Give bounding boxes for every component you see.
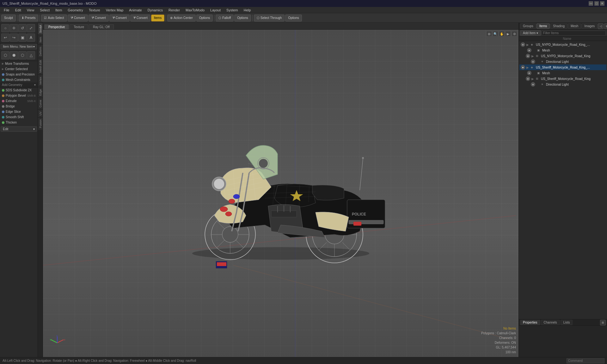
eye-icon-4[interactable]: ● xyxy=(531,59,535,64)
vp-tab-perspective[interactable]: Perspective xyxy=(44,24,69,29)
tree-item-dir-light-2[interactable]: ● ☀ Directional Light xyxy=(519,82,606,87)
vp-tab-texture[interactable]: Texture xyxy=(70,24,88,29)
left-tab-vertex[interactable]: Vertex xyxy=(38,75,43,87)
vp-ctrl-settings[interactable]: ⚙ xyxy=(512,31,517,37)
items-button[interactable]: Items xyxy=(151,15,164,21)
menu-maxtomodo[interactable]: MaxToModo xyxy=(183,8,207,13)
select-through-button[interactable]: ⬡ Select Through xyxy=(254,15,285,21)
eye-icon-5[interactable]: ● xyxy=(521,65,525,70)
tree-item-nypd-group[interactable]: ● ▶ ⊞ US_NYPD_Motorcycle_Road_King xyxy=(519,53,606,59)
menu-animate[interactable]: Animate xyxy=(126,8,144,13)
menu-texture[interactable]: Texture xyxy=(86,8,103,13)
expand-7[interactable]: ▶ xyxy=(531,77,535,81)
eye-icon-7[interactable]: ● xyxy=(526,76,530,81)
left-tab-sculpt[interactable]: Sculpt xyxy=(38,23,43,35)
edge-slice-item[interactable]: Edge Slice xyxy=(0,109,38,114)
action-center-button[interactable]: ⊕ Action Center xyxy=(167,15,196,21)
falloff-button[interactable]: ⬡ Falloff xyxy=(216,15,234,21)
vp-ctrl-render[interactable]: ▶ xyxy=(505,31,511,37)
menu-dynamics[interactable]: Dynamics xyxy=(145,8,165,13)
tree-item-sheriff-mesh[interactable]: ● ▣ Mesh xyxy=(519,70,606,76)
expand-1[interactable]: ▶ xyxy=(526,43,530,46)
expand-5[interactable]: ▶ xyxy=(526,66,530,69)
eye-icon-6[interactable]: ● xyxy=(527,71,531,75)
tree-item-sheriff-group[interactable]: ● ▶ ⊞ US_Sheriff_Motorcycle_Road_King xyxy=(519,76,606,82)
menu-view[interactable]: View xyxy=(24,8,37,13)
eye-icon-8[interactable]: ● xyxy=(531,82,535,87)
mesh-constraints-item[interactable]: Mesh Constraints xyxy=(0,77,38,82)
eye-icon-3[interactable]: ● xyxy=(526,54,530,58)
lp-btn-rotate[interactable]: ↺ xyxy=(18,24,27,32)
thicken-item[interactable]: Thicken xyxy=(0,120,38,125)
convert-button-4[interactable]: ⧩ Convert xyxy=(130,15,150,21)
vp-ctrl-fit[interactable]: ⊞ xyxy=(486,31,492,37)
rt-tab-items[interactable]: Items xyxy=(536,23,550,29)
action-options-button[interactable]: Options xyxy=(196,15,213,21)
presets-button[interactable]: ⬇ Presets xyxy=(19,15,39,21)
menu-vertexmap[interactable]: Vertex Map xyxy=(103,8,126,13)
sculpt-button[interactable]: Sculpt xyxy=(1,15,16,21)
trans-btn-a[interactable]: ⬡ xyxy=(1,51,9,59)
eye-icon-2[interactable]: ● xyxy=(527,48,531,52)
convert-button-3[interactable]: ⧩ Convert xyxy=(109,15,130,21)
minimize-button[interactable]: — xyxy=(589,1,593,6)
auto-select-button[interactable]: ☑ Auto Select xyxy=(41,15,67,21)
falloff-options-button[interactable]: Options xyxy=(234,15,251,21)
extrude-item[interactable]: Extrude Shift-X xyxy=(0,98,38,104)
vp-tab-raygl[interactable]: Ray GL: Off xyxy=(89,24,114,29)
menu-item[interactable]: Item xyxy=(53,8,64,13)
close-button[interactable]: ✕ xyxy=(600,1,604,6)
select-options-button[interactable]: Options xyxy=(285,15,302,21)
rt-tab-groups[interactable]: Groups xyxy=(520,23,536,29)
add-geometry-header[interactable]: Add Geometry ▾ xyxy=(0,82,38,88)
trans-btn-d[interactable]: △ xyxy=(27,51,35,59)
bridge-item[interactable]: Bridge xyxy=(0,104,38,109)
left-tab-deform[interactable]: Deform xyxy=(38,45,43,58)
br-tab-properties[interactable]: Properties xyxy=(520,320,540,325)
tree-item-nypd-mesh[interactable]: ● ▣ Mesh xyxy=(519,47,606,53)
menu-select[interactable]: Select xyxy=(37,8,52,13)
lp-btn-undo[interactable]: ↩ xyxy=(1,33,9,42)
menu-layout[interactable]: Layout xyxy=(208,8,223,13)
sds-subdivide-item[interactable]: SDS Subdivide 2X xyxy=(0,88,38,93)
right-panel-btn-2[interactable]: ⊞ xyxy=(604,23,607,29)
br-expand-btn[interactable]: ⊞ xyxy=(600,320,606,325)
snaps-precision-item[interactable]: Snaps and Precision xyxy=(0,72,38,77)
left-tab-edge[interactable]: Edge xyxy=(38,87,43,98)
smooth-shift-item[interactable]: Smooth Shift xyxy=(0,114,38,120)
rt-tab-mesh[interactable]: Mesh xyxy=(568,23,581,29)
left-tab-item[interactable]: Item xyxy=(38,35,43,45)
tree-item-nypd-base[interactable]: ● ▶ ◈ US_NYPD_Motorcycle_Road_King_modo_… xyxy=(519,42,606,47)
menu-file[interactable]: File xyxy=(1,8,12,13)
menu-help[interactable]: Help xyxy=(241,8,254,13)
lp-btn-redo[interactable]: ↪ xyxy=(10,33,18,42)
edit-dropdown[interactable]: Edit ▾ xyxy=(1,126,37,132)
rt-tab-images[interactable]: Images xyxy=(581,23,598,29)
filter-items-input[interactable] xyxy=(542,31,606,36)
trans-btn-c[interactable]: ⬡ xyxy=(18,51,27,59)
left-tab-fusion[interactable]: Fusion xyxy=(38,117,43,130)
eye-icon-1[interactable]: ● xyxy=(521,42,525,47)
lp-btn-grid[interactable]: ▣ xyxy=(18,33,27,42)
tree-item-sheriff-base[interactable]: ● ▶ ◈ US_Sheriff_Motorcycle_Road_King_..… xyxy=(519,64,606,70)
convert-button-2[interactable]: ⧩ Convert xyxy=(89,15,109,21)
left-tab-mesh-edit[interactable]: Mesh Edit xyxy=(38,58,43,75)
br-tab-lists[interactable]: Lists xyxy=(561,320,573,325)
lp-btn-circle[interactable]: ○ xyxy=(1,24,9,32)
maximize-button[interactable]: □ xyxy=(594,1,599,6)
br-tab-channels[interactable]: Channels xyxy=(541,320,560,325)
polygon-bevel-item[interactable]: Polygon Bevel Shift-B xyxy=(0,93,38,98)
expand-3[interactable]: ▶ xyxy=(531,54,535,58)
left-tab-curve[interactable]: Curve xyxy=(38,98,43,109)
menu-edit[interactable]: Edit xyxy=(13,8,24,13)
vp-ctrl-pan[interactable]: ✋ xyxy=(499,31,505,37)
menu-geometry[interactable]: Geometry xyxy=(65,8,85,13)
convert-button-1[interactable]: ⧩ Convert xyxy=(68,15,88,21)
left-tab-uv[interactable]: UV xyxy=(38,109,43,118)
tree-item-dir-light-1[interactable]: ● ☀ Directional Light xyxy=(519,59,606,64)
vp-ctrl-zoom[interactable]: 🔍 xyxy=(493,31,498,37)
lp-btn-move[interactable]: ✛ xyxy=(10,24,18,32)
right-panel-btn-1[interactable]: ◁ xyxy=(598,23,604,29)
trans-btn-b[interactable]: ⬢ xyxy=(10,51,18,59)
center-selected-item[interactable]: ▶ Center Selected xyxy=(0,66,38,72)
